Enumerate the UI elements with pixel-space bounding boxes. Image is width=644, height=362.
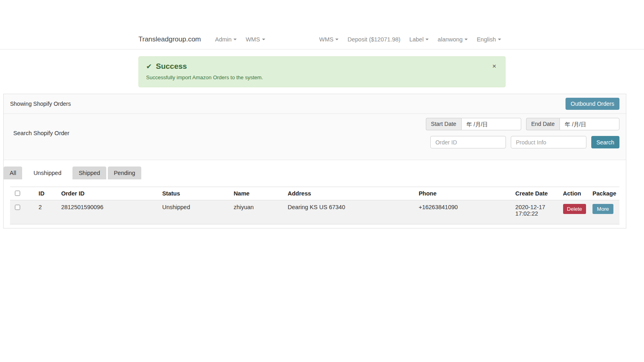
header-address: Address [285, 187, 415, 200]
header-status: Status [159, 187, 230, 200]
nav-item-language-label: English [477, 36, 496, 43]
search-button[interactable]: Search [591, 136, 619, 148]
status-tabs: All Unshipped Shipped Pending [4, 167, 626, 179]
row-address: Dearing KS US 67340 [285, 200, 415, 224]
header-order-id: Order ID [58, 187, 159, 200]
row-checkbox[interactable] [15, 205, 20, 210]
nav-item-admin[interactable]: Admin [215, 36, 237, 43]
select-all-header [10, 187, 35, 200]
search-section-label: Search Shopify Order [10, 130, 69, 136]
nav-item-user-label: alanwong [438, 36, 462, 43]
start-date-label: Start Date [426, 118, 461, 130]
tab-all[interactable]: All [4, 167, 22, 179]
table-row: 2 2812501590096 Unshipped zhiyuan Dearin… [10, 200, 619, 224]
create-date-date: 2020-12-17 [515, 204, 556, 210]
header-create-date: Create Date [512, 187, 559, 200]
row-name: zhiyuan [230, 200, 284, 224]
tab-shipped[interactable]: Shipped [72, 167, 106, 179]
delete-button[interactable]: Delete [563, 204, 586, 214]
page-title: Showing Shopify Orders [10, 101, 71, 107]
brand-logo[interactable]: Transleadgroup.com [138, 35, 201, 43]
nav-item-deposit[interactable]: Deposit ($12071.98) [347, 36, 400, 43]
success-alert: ✔ Success Successfully import Amazon Ord… [138, 56, 506, 87]
chevron-down-icon [262, 39, 265, 40]
alert-title-row: ✔ Success [146, 62, 498, 71]
orders-table: ID Order ID Status Name Address Phone Cr… [10, 187, 619, 224]
orders-table-wrap: ID Order ID Status Name Address Phone Cr… [4, 179, 626, 228]
chevron-down-icon [498, 39, 501, 40]
order-id-input[interactable] [430, 136, 506, 148]
row-order-id: 2812501590096 [58, 200, 159, 224]
end-date-group: End Date [526, 118, 619, 130]
row-action-cell: Delete [560, 200, 590, 224]
end-date-input[interactable] [559, 118, 619, 130]
header-action: Action [560, 187, 590, 200]
select-all-checkbox[interactable] [15, 191, 20, 196]
header-package: Package [589, 187, 619, 200]
keyword-filter-row: Search [430, 136, 619, 148]
header-id: ID [35, 187, 58, 200]
panel-heading: Showing Shopify Orders Outbound Orders [4, 94, 626, 114]
navbar-right: WMS Deposit ($12071.98) Label alanwong E… [315, 36, 506, 43]
row-status: Unshipped [159, 200, 230, 224]
chevron-down-icon [233, 39, 237, 40]
chevron-down-icon [335, 39, 339, 40]
nav-item-wms-left-label: WMS [246, 36, 260, 43]
search-forms: Start Date End Date Search [426, 118, 619, 148]
more-button[interactable]: More [592, 204, 613, 214]
start-date-group: Start Date [426, 118, 521, 130]
navbar-container: Transleadgroup.com Admin WMS WMS Deposit… [138, 29, 506, 49]
nav-item-wms-left[interactable]: WMS [246, 36, 265, 43]
orders-panel: Showing Shopify Orders Outbound Orders S… [3, 94, 626, 228]
nav-item-deposit-label: Deposit ($12071.98) [347, 36, 400, 43]
date-filter-row: Start Date End Date [426, 118, 619, 130]
nav-item-label-label: Label [409, 36, 423, 43]
check-icon: ✔ [146, 62, 152, 71]
row-create-date: 2020-12-17 17:02:22 [512, 200, 559, 224]
navbar-left: Transleadgroup.com Admin WMS [138, 35, 270, 43]
header-name: Name [230, 187, 284, 200]
top-navbar: Transleadgroup.com Admin WMS WMS Deposit… [0, 29, 644, 49]
row-package-cell: More [589, 200, 619, 224]
tab-pending[interactable]: Pending [108, 167, 141, 179]
close-icon[interactable]: × [490, 62, 499, 70]
tab-unshipped[interactable]: Unshipped [24, 167, 71, 179]
start-date-input[interactable] [461, 118, 521, 130]
nav-item-admin-label: Admin [215, 36, 231, 43]
nav-item-label[interactable]: Label [409, 36, 429, 43]
product-info-input[interactable] [511, 136, 586, 148]
table-header-row: ID Order ID Status Name Address Phone Cr… [10, 187, 619, 200]
header-phone: Phone [415, 187, 512, 200]
row-phone: +16263841090 [415, 200, 512, 224]
search-section: Search Shopify Order Start Date End Date… [4, 114, 626, 160]
nav-item-user[interactable]: alanwong [438, 36, 468, 43]
row-select-cell [10, 200, 35, 224]
nav-item-language[interactable]: English [477, 36, 501, 43]
row-id: 2 [35, 200, 58, 224]
alert-title: Success [156, 62, 187, 71]
nav-item-wms-right-label: WMS [319, 36, 333, 43]
end-date-label: End Date [526, 118, 559, 130]
create-date-time: 17:02:22 [515, 210, 556, 217]
chevron-down-icon [425, 39, 429, 40]
nav-item-wms-right[interactable]: WMS [319, 36, 339, 43]
alert-message: Successfully import Amazon Orders to the… [146, 74, 498, 80]
outbound-orders-button[interactable]: Outbound Orders [566, 98, 619, 110]
chevron-down-icon [464, 39, 468, 40]
